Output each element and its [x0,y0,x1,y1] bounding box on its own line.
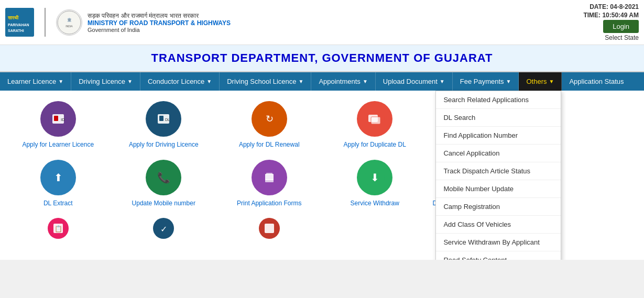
others-dropdown: Search Related Applications DL Search Fi… [435,91,561,260]
date-value: 04-8-2021 [610,3,639,10]
dropdown-cancel-application[interactable]: Cancel Application [436,145,561,162]
icon-service-withdraw[interactable]: ⬇ Service Withdraw [325,160,425,208]
icon-circle-withdraw: ⬇ [357,160,392,195]
icon-label-mobile: Update Mobile number [132,200,195,208]
nav-conductor-arrow: ▼ [206,79,212,84]
dropdown-road-safety[interactable]: Road Safety Content [436,251,561,260]
nav-others-arrow: ▼ [549,79,554,84]
icon-row3-4 [325,218,425,239]
svg-text:सारथी: सारथी [7,15,19,20]
svg-rect-28 [265,179,274,182]
nav-appointments[interactable]: Appointments ▼ [311,72,375,91]
icon-circle-row3-2: ✓ [153,218,174,239]
nav-fee-payments[interactable]: Fee Payments ▼ [453,72,519,91]
banner-title: TRANSPORT DEPARTMENT, GOVERNMENT OF GUJA… [6,51,638,65]
nav-driving-school-label: Driving School Licence [227,78,296,85]
icon-row3-2[interactable]: ✓ [114,218,214,239]
svg-text:↻: ↻ [265,114,273,124]
dropdown-mobile-update[interactable]: Mobile Number Update [436,180,561,198]
ministry-english-text: MINISTRY OF ROAD TRANSPORT & HIGHWAYS [88,19,231,27]
govt-emblem: 🏛️ INDIA [56,9,82,36]
svg-text:DL: DL [165,118,170,122]
icon-row3-3[interactable] [219,218,320,239]
icon-label-learner: Apply for Learner Licence [22,141,94,149]
svg-text:ID: ID [61,117,65,122]
time-value: 10:50:49 AM [602,12,639,19]
icon-label-duplicate: Apply for Duplicate DL [344,141,406,149]
icon-label-withdraw: Service Withdraw [351,200,399,208]
icon-row3-1[interactable]: 📋 [8,218,108,239]
nav-app-status-label: Application Status [569,78,624,85]
svg-text:📋: 📋 [54,225,62,233]
svg-text:SARATHI: SARATHI [8,29,24,32]
svg-text:⬇: ⬇ [370,172,379,183]
icon-label-extract: DL Extract [43,200,73,208]
svg-rect-19 [371,117,380,124]
svg-text:✓: ✓ [160,225,167,234]
icon-label-print: Print Application Forms [237,200,301,208]
icon-print-forms[interactable]: Print Application Forms [219,160,320,208]
nav-upload-document[interactable]: Upload Document ▼ [376,72,453,91]
nav-upload-arrow: ▼ [440,79,445,84]
nav-driving-licence[interactable]: Driving Licence ▼ [71,72,140,91]
nav-bar: Learner Licence ▼ Driving Licence ▼ Cond… [0,72,644,91]
svg-rect-9 [54,116,58,121]
svg-text:🏛️: 🏛️ [67,17,72,22]
dropdown-dl-search[interactable]: DL Search [436,109,561,127]
icon-circle-extract: ⬆ [40,160,76,195]
dropdown-search-related[interactable]: Search Related Applications [436,91,561,109]
nav-others[interactable]: Others ▼ Search Related Applications DL … [519,72,562,91]
nav-driving-label: Driving Licence [79,78,125,85]
icon-circle-row3-3 [259,218,280,239]
nav-driving-school[interactable]: Driving School Licence ▼ [220,72,311,91]
time-section: TIME: 10:50:49 AM [583,12,639,19]
nav-driving-school-arrow: ▼ [298,79,303,84]
dropdown-add-class[interactable]: Add Class Of Vehicles [436,216,561,234]
nav-learner-arrow: ▼ [58,79,63,84]
nav-appointments-label: Appointments [319,78,361,85]
icon-label-driving: Apply for Driving Licence [129,141,199,149]
icon-circle-duplicate [357,101,392,137]
svg-text:PARIVAHAN: PARIVAHAN [8,23,29,27]
icon-update-mobile[interactable]: 📞 Update Mobile number [114,160,214,208]
nav-application-status[interactable]: Application Status [562,72,631,91]
svg-text:📞: 📞 [157,171,170,184]
svg-rect-42 [265,224,274,233]
nav-learner-licence[interactable]: Learner Licence ▼ [0,72,71,91]
icon-circle-row3-1: 📋 [48,218,69,239]
icon-dl-renewal[interactable]: ↻ Apply for DL Renewal [219,101,320,149]
icon-apply-learner[interactable]: ID Apply for Learner Licence [8,101,108,149]
banner: TRANSPORT DEPARTMENT, GOVERNMENT OF GUJA… [0,45,644,72]
sarathi-logo: सारथी PARIVAHAN SARATHI [5,8,34,37]
nav-conductor-licence[interactable]: Conductor Licence ▼ [140,72,220,91]
login-button[interactable]: Login [603,20,639,33]
dropdown-service-withdrawn[interactable]: Service Withdrawn By Applicant [436,234,561,251]
nav-driving-arrow: ▼ [127,79,133,84]
nav-learner-label: Learner Licence [7,78,56,85]
icon-circle-print [252,160,287,195]
nav-conductor-label: Conductor Licence [148,78,204,85]
dropdown-camp-registration[interactable]: Camp Registration [436,198,561,216]
select-state-link[interactable]: Select State [605,34,639,41]
nav-others-label: Others [526,78,547,85]
ministry-gov-text: Government of India [88,27,231,33]
nav-fee-arrow: ▼ [506,79,511,84]
dropdown-find-app-number[interactable]: Find Application Number [436,127,561,145]
icon-apply-driving[interactable]: DL Apply for Driving Licence [114,101,214,149]
logo-divider [45,8,46,37]
icon-dl-extract[interactable]: ⬆ DL Extract [8,160,108,208]
icon-duplicate-dl[interactable]: Apply for Duplicate DL [325,101,425,149]
header-right: DATE: 04-8-2021 TIME: 10:50:49 AM Login … [583,3,639,41]
logo-section: सारथी PARIVAHAN SARATHI 🏛️ INDIA सड़क पर… [5,8,231,37]
icon-label-renewal: Apply for DL Renewal [239,141,300,149]
icon-circle-mobile: 📞 [146,160,181,195]
icon-circle-driving: DL [146,101,181,137]
icon-circle-learner: ID [40,101,76,137]
svg-text:INDIA: INDIA [66,25,73,28]
dropdown-track-dispatch[interactable]: Track Dispatch Article Status [436,162,561,180]
date-label: DATE: [590,3,608,10]
svg-point-4 [58,11,81,34]
header: सारथी PARIVAHAN SARATHI 🏛️ INDIA सड़क पर… [0,0,644,45]
date-section: DATE: 04-8-2021 [590,3,639,10]
ministry-hindi-text: सड़क परिवहन और राजमार्ग मंत्रालय भारत सर… [88,12,231,19]
